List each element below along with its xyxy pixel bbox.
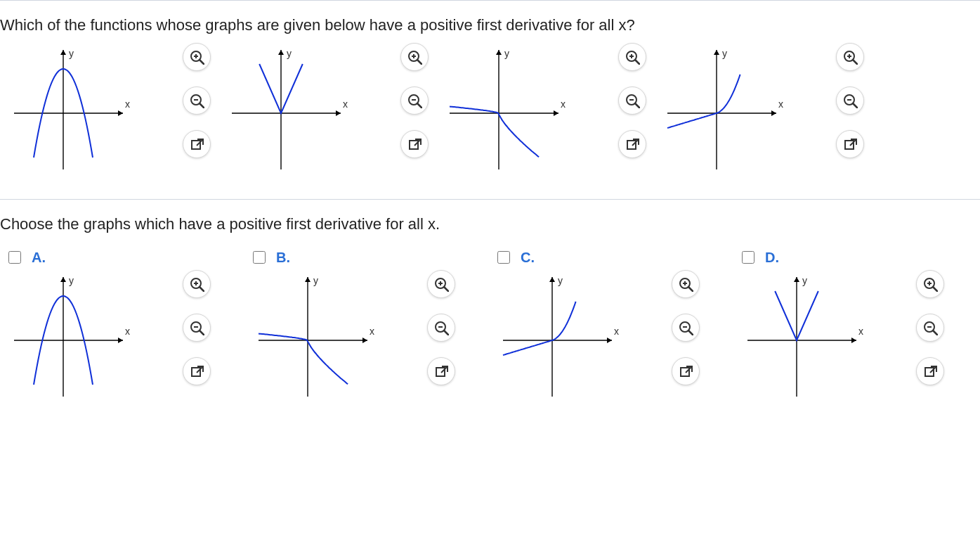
answer-option: C. y x [489, 249, 733, 411]
top-graph-row: y x y x [0, 43, 980, 184]
graph-plot: y x [0, 270, 141, 404]
graph-panel: y x [244, 270, 462, 411]
svg-marker-19 [60, 277, 66, 282]
graph-panel: y x [733, 270, 951, 411]
svg-marker-23 [305, 277, 311, 282]
answer-checkbox[interactable] [742, 251, 754, 264]
svg-marker-25 [607, 338, 612, 343]
answer-label: C. [521, 250, 535, 266]
answer-header[interactable]: D. [739, 249, 779, 266]
answer-option: A. y x [0, 249, 244, 411]
graph-panel: y x [489, 270, 707, 411]
zoom-out-button[interactable] [427, 314, 455, 342]
instruction-text: Choose the graphs which have a positive … [0, 205, 980, 243]
axis-label-x: x [778, 98, 783, 110]
graph-panel: y x [0, 270, 218, 411]
zoom-in-button[interactable] [618, 43, 646, 71]
popout-button[interactable] [916, 357, 944, 385]
answer-label: D. [765, 250, 779, 266]
axis-label-x: x [125, 98, 130, 110]
answer-label: B. [276, 250, 290, 266]
zoom-out-button[interactable] [183, 314, 211, 342]
answer-label: A. [32, 250, 46, 266]
graph-panel: y x [653, 43, 871, 184]
svg-marker-15 [714, 50, 719, 55]
zoom-in-button[interactable] [183, 270, 211, 298]
popout-button[interactable] [618, 130, 646, 158]
axis-label-y: y [287, 48, 292, 59]
svg-marker-31 [794, 277, 799, 282]
popout-button[interactable] [836, 130, 864, 158]
graph-panel: y x [0, 43, 218, 184]
svg-marker-5 [336, 110, 341, 116]
svg-marker-17 [118, 338, 123, 343]
svg-marker-9 [554, 110, 558, 116]
axis-label-x: x [125, 326, 130, 337]
svg-marker-13 [771, 110, 776, 116]
zoom-out-button[interactable] [836, 86, 864, 115]
graph-plot: y x [218, 43, 358, 176]
zoom-out-button[interactable] [916, 314, 944, 342]
graph-plot: y x [653, 43, 794, 176]
zoom-in-button[interactable] [183, 43, 211, 71]
axis-label-x: x [370, 326, 374, 337]
popout-button[interactable] [427, 357, 455, 385]
popout-button[interactable] [672, 357, 700, 385]
zoom-out-button[interactable] [400, 86, 429, 115]
axis-label-x: x [614, 326, 619, 337]
zoom-in-button[interactable] [400, 43, 429, 71]
zoom-in-button[interactable] [427, 270, 455, 298]
graph-plot: y x [244, 270, 385, 404]
axis-label-y: y [69, 275, 74, 286]
axis-label-y: y [558, 275, 563, 286]
graph-plot: y x [489, 270, 629, 404]
svg-marker-27 [549, 277, 555, 282]
answer-checkbox[interactable] [8, 251, 21, 264]
graph-plot: y x [0, 43, 141, 176]
answer-option: B. y x [244, 249, 489, 411]
answer-header[interactable]: A. [6, 249, 46, 266]
axis-label-y: y [504, 48, 509, 59]
svg-marker-3 [60, 50, 66, 55]
axis-label-y: y [802, 275, 807, 286]
axis-label-y: y [722, 48, 727, 59]
popout-button[interactable] [183, 130, 211, 158]
svg-marker-7 [278, 50, 284, 55]
graph-panel: y x [218, 43, 436, 184]
axis-label-y: y [313, 275, 318, 286]
answer-checkbox[interactable] [497, 251, 510, 264]
graph-plot: y x [733, 270, 874, 404]
svg-marker-11 [496, 50, 502, 55]
svg-marker-21 [362, 338, 367, 343]
axis-label-x: x [858, 326, 863, 337]
svg-marker-1 [118, 110, 123, 116]
answer-option: D. y x [733, 249, 978, 411]
popout-button[interactable] [400, 130, 429, 158]
answer-checkbox[interactable] [253, 251, 266, 264]
popout-button[interactable] [183, 357, 211, 385]
svg-marker-29 [851, 338, 856, 343]
graph-plot: y x [436, 43, 576, 176]
axis-label-y: y [69, 48, 74, 59]
zoom-out-button[interactable] [672, 314, 700, 342]
axis-label-x: x [561, 98, 566, 110]
answer-header[interactable]: B. [250, 249, 290, 266]
zoom-in-button[interactable] [672, 270, 700, 298]
axis-label-x: x [343, 98, 348, 110]
zoom-in-button[interactable] [916, 270, 944, 298]
question-text: Which of the functions whose graphs are … [0, 6, 980, 43]
graph-panel: y x [436, 43, 653, 184]
zoom-out-button[interactable] [618, 86, 646, 115]
answer-row: A. y x B. [0, 249, 980, 411]
zoom-out-button[interactable] [183, 86, 211, 115]
answer-header[interactable]: C. [495, 249, 535, 266]
zoom-in-button[interactable] [836, 43, 864, 71]
